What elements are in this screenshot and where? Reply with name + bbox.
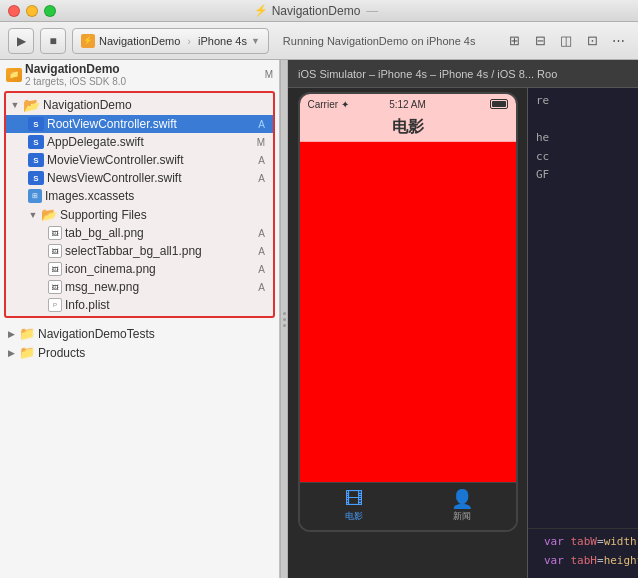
file-label: Images.xcassets — [45, 189, 265, 203]
scheme-chevron: ▼ — [251, 36, 260, 46]
code-line-tabw: var tabW=width — [536, 533, 630, 552]
supporting-files-folder[interactable]: ▼ 📂 Supporting Files — [6, 205, 273, 224]
project-icon: 📁 — [6, 68, 22, 82]
tab-bar: 🎞 电影 👤 新闻 — [300, 482, 516, 530]
image-file-icon: 🖼 — [48, 262, 62, 276]
window-title: ⚡ NavigationDemo — — [254, 4, 385, 18]
info-plist-file[interactable]: P Info.plist — [6, 296, 273, 314]
project-name: NavigationDemo — [25, 62, 262, 76]
scheme-selector[interactable]: ⚡ NavigationDemo › iPhone 4s ▼ — [72, 28, 269, 54]
folder-label: Products — [38, 346, 273, 360]
toolbar: ▶ ■ ⚡ NavigationDemo › iPhone 4s ▼ Runni… — [0, 22, 638, 60]
scheme-name: NavigationDemo — [99, 35, 180, 47]
file-badge: A — [258, 119, 265, 130]
toolbar-icons: ⊞ ⊟ ◫ ⊡ ⋯ — [502, 29, 630, 53]
plist-icon: P — [48, 298, 62, 312]
disclosure-arrow: ▶ — [6, 329, 16, 339]
folder-open-icon: 📂 — [23, 97, 40, 113]
file-badge: A — [258, 155, 265, 166]
movie-view-controller-file[interactable]: S MovieViewController.swift A — [6, 151, 273, 169]
more-icon[interactable]: ⋯ — [606, 29, 630, 53]
nav-demo-tests-folder[interactable]: ▶ 📁 NavigationDemoTests — [0, 324, 279, 343]
window-controls — [8, 5, 56, 17]
folder-closed-icon: 📁 — [19, 326, 35, 341]
products-folder[interactable]: ▶ 📁 Products — [0, 343, 279, 362]
disclosure-arrow: ▶ — [6, 348, 16, 358]
image-file-icon: 🖼 — [48, 280, 62, 294]
images-xcassets-file[interactable]: ⊞ Images.xcassets — [6, 187, 273, 205]
movie-tab-icon: 🎞 — [345, 490, 363, 508]
file-badge: A — [258, 228, 265, 239]
msg-new-file[interactable]: 🖼 msg_new.png A — [6, 278, 273, 296]
folder-label: Supporting Files — [60, 208, 265, 222]
utilities-toggle[interactable]: ◫ — [554, 29, 578, 53]
news-tab-label: 新闻 — [453, 510, 471, 523]
swift-icon: S — [28, 171, 44, 185]
close-button[interactable] — [8, 5, 20, 17]
scheme-icon: ⚡ — [81, 34, 95, 48]
debug-toggle[interactable]: ⊡ — [580, 29, 604, 53]
file-label: selectTabbar_bg_all1.png — [65, 244, 255, 258]
highlighted-file-group: ▼ 📂 NavigationDemo S RootViewController.… — [4, 91, 275, 318]
hierarchy-icon[interactable]: ⊟ — [528, 29, 552, 53]
carrier-label: Carrier ✦ — [308, 99, 375, 110]
image-file-icon: 🖼 — [48, 244, 62, 258]
folder-open-icon: 📂 — [41, 207, 57, 222]
minimize-button[interactable] — [26, 5, 38, 17]
file-label: tab_bg_all.png — [65, 226, 255, 240]
movie-tab-label: 电影 — [345, 510, 363, 523]
main-content: 📁 NavigationDemo 2 targets, iOS SDK 8.0 … — [0, 60, 638, 578]
panel-divider — [280, 60, 288, 578]
file-badge: A — [258, 246, 265, 257]
code-line-tabh: var tabH=height-49 — [536, 552, 630, 571]
root-view-controller-file[interactable]: S RootViewController.swift A — [6, 115, 273, 133]
code-line: GF — [528, 166, 638, 185]
swift-icon: S — [28, 153, 44, 167]
tab-bg-all-file[interactable]: 🖼 tab_bg_all.png A — [6, 224, 273, 242]
image-file-icon: 🖼 — [48, 226, 62, 240]
iphone-container: Carrier ✦ 5:12 AM 电影 — [288, 88, 528, 578]
folder-label: NavigationDemoTests — [38, 327, 273, 341]
code-editor: re he cc GF — [528, 88, 638, 528]
file-label: RootViewController.swift — [47, 117, 255, 131]
file-badge: A — [258, 173, 265, 184]
app-name-label: NavigationDemo — [272, 4, 361, 18]
sidebar: 📁 NavigationDemo 2 targets, iOS SDK 8.0 … — [0, 60, 280, 578]
status-bar: Carrier ✦ 5:12 AM — [300, 94, 516, 114]
select-tabbar-file[interactable]: 🖼 selectTabbar_bg_all1.png A — [6, 242, 273, 260]
disclosure-arrow: ▼ — [10, 100, 20, 110]
file-label: NewsViewController.swift — [47, 171, 255, 185]
nav-title: 电影 — [392, 117, 424, 138]
xcassets-icon: ⊞ — [28, 189, 42, 203]
folder-closed-icon: 📁 — [19, 345, 35, 360]
simulator-header: iOS Simulator – iPhone 4s – iPhone 4s / … — [288, 60, 638, 88]
swift-icon: S — [28, 117, 44, 131]
news-tab-icon: 👤 — [451, 490, 473, 508]
sidebar-bottom-items: ▶ 📁 NavigationDemoTests ▶ 📁 Products — [0, 320, 279, 366]
code-line: cc — [528, 148, 638, 167]
app-delegate-file[interactable]: S AppDelegate.swift M — [6, 133, 273, 151]
play-button[interactable]: ▶ — [8, 28, 34, 54]
news-view-controller-file[interactable]: S NewsViewController.swift A — [6, 169, 273, 187]
time-label: 5:12 AM — [374, 99, 441, 110]
battery-indicator — [441, 99, 508, 109]
running-status: Running NavigationDemo on iPhone 4s — [283, 35, 476, 47]
file-label: AppDelegate.swift — [47, 135, 254, 149]
code-line: he — [528, 129, 638, 148]
tab-item-movie[interactable]: 🎞 电影 — [300, 490, 408, 523]
battery-icon — [490, 99, 508, 109]
project-root[interactable]: 📁 NavigationDemo 2 targets, iOS SDK 8.0 … — [0, 60, 279, 89]
stop-button[interactable]: ■ — [40, 28, 66, 54]
bottom-code-area: var tabW=width var tabH=height-49 — [528, 528, 638, 578]
simulator-title: iOS Simulator – iPhone 4s – iPhone 4s / … — [298, 68, 557, 80]
nav-demo-folder[interactable]: ▼ 📂 NavigationDemo — [6, 95, 273, 115]
code-editor-area: re he cc GF var tabW=width var tabH=heig… — [528, 88, 638, 578]
file-label: Info.plist — [65, 298, 265, 312]
tab-item-news[interactable]: 👤 新闻 — [408, 490, 516, 523]
maximize-button[interactable] — [44, 5, 56, 17]
right-panel: iOS Simulator – iPhone 4s – iPhone 4s / … — [288, 60, 638, 578]
folder-label: NavigationDemo — [43, 98, 265, 112]
code-line — [528, 111, 638, 130]
icon-cinema-file[interactable]: 🖼 icon_cinema.png A — [6, 260, 273, 278]
navigator-toggle[interactable]: ⊞ — [502, 29, 526, 53]
